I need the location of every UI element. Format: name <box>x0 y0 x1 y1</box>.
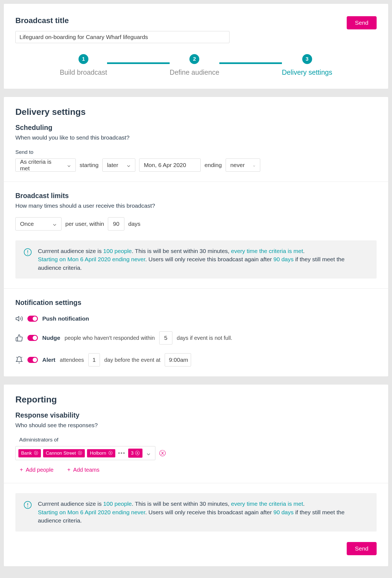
alert-toggle[interactable] <box>27 357 38 363</box>
chevron-down-icon[interactable] <box>146 451 151 455</box>
svg-marker-3 <box>16 316 19 321</box>
svg-line-4 <box>16 357 17 358</box>
step-2-circle[interactable]: 2 <box>189 54 199 64</box>
step-3-label: Delivery settings <box>282 68 332 76</box>
alert-time-input[interactable]: 9:00am <box>165 353 191 366</box>
plus-icon: + <box>67 467 71 473</box>
chevron-down-icon <box>253 163 255 167</box>
svg-point-2 <box>28 254 28 254</box>
notifications-heading: Notification settings <box>15 299 377 307</box>
chip-holborn[interactable]: Holbornⓧ <box>87 449 115 457</box>
clear-all-icon[interactable]: ⓧ <box>159 449 166 458</box>
info-icon <box>24 248 32 258</box>
delivery-settings-card: Delivery settings Scheduling When would … <box>4 97 388 376</box>
criteria-select[interactable]: As criteria is met <box>15 159 76 172</box>
nudge-label: Nudge <box>42 335 60 341</box>
starting-select[interactable]: later <box>102 159 135 172</box>
broadcast-title-label: Broadcast title <box>15 16 347 25</box>
reporting-heading: Reporting <box>15 394 377 405</box>
alert-text1: attendees <box>60 357 84 363</box>
limits-sub: How many times should a user receive thi… <box>15 202 377 209</box>
visibility-sub: Who should see the responses? <box>15 422 377 429</box>
send-to-label: Send to <box>15 149 377 155</box>
close-icon[interactable]: ⓧ <box>135 450 140 456</box>
ending-select[interactable]: never <box>226 159 260 172</box>
frequency-select[interactable]: Once <box>15 217 61 230</box>
close-icon[interactable]: ⓧ <box>108 451 113 456</box>
push-toggle[interactable] <box>27 316 38 322</box>
plus-icon: + <box>20 467 23 473</box>
push-label: Push notification <box>42 315 89 322</box>
chevron-down-icon <box>67 163 71 167</box>
info-icon <box>24 501 32 510</box>
nudge-text2: days if event is not full. <box>177 335 232 341</box>
sound-icon <box>15 315 23 323</box>
add-people-button[interactable]: +Add people <box>20 467 54 473</box>
broadcast-header-card: Broadcast title Send 1 Build broadcast 2… <box>4 4 388 89</box>
visibility-heading: Response visability <box>15 411 377 419</box>
add-teams-button[interactable]: +Add teams <box>67 467 99 473</box>
info-box: Currrent audience size is 100 people. Th… <box>15 493 377 531</box>
ellipsis-icon: ••• <box>117 450 126 456</box>
starting-label: starting <box>80 162 99 168</box>
nudge-days-input[interactable] <box>159 331 172 344</box>
step-1-label: Build broadcast <box>60 68 107 76</box>
step-3-circle[interactable]: 3 <box>302 54 312 64</box>
chevron-down-icon <box>127 163 131 167</box>
thumbs-up-icon <box>15 334 23 342</box>
per-user-label: per user, within <box>65 221 104 227</box>
days-label: days <box>128 221 140 227</box>
close-icon[interactable]: ⓧ <box>34 451 38 456</box>
send-button-footer[interactable]: Send <box>347 542 377 555</box>
ending-label: ending <box>205 162 222 168</box>
chip-bank[interactable]: Bankⓧ <box>18 449 41 457</box>
step-line <box>219 62 282 64</box>
chip-cannon-street[interactable]: Cannon Streetⓧ <box>43 449 85 457</box>
svg-line-5 <box>21 357 22 358</box>
alert-text2: day before the event at <box>104 357 161 363</box>
admin-label: Administrators of <box>19 437 377 443</box>
admins-multiselect[interactable]: Bankⓧ Cannon Streetⓧ Holbornⓧ ••• 3ⓧ <box>15 446 155 460</box>
alert-label: Alert <box>42 357 55 363</box>
date-input[interactable]: Mon, 6 Apr 2020 <box>139 159 201 172</box>
close-icon[interactable]: ⓧ <box>78 451 82 456</box>
step-1-circle[interactable]: 1 <box>79 54 88 64</box>
reporting-card: Reporting Response visability Who should… <box>4 385 388 566</box>
more-count-chip[interactable]: 3ⓧ <box>128 449 142 458</box>
step-line <box>107 62 170 64</box>
bell-icon <box>15 356 23 364</box>
alert-days-input[interactable] <box>88 353 100 366</box>
delivery-heading: Delivery settings <box>15 107 377 117</box>
nudge-toggle[interactable] <box>27 335 38 341</box>
limits-heading: Broadcast limits <box>15 192 377 200</box>
broadcast-title-input[interactable] <box>15 31 229 43</box>
info-box: Currrent audience size is 100 people. Th… <box>15 240 377 279</box>
nudge-text1: people who haven't responded within <box>65 335 155 341</box>
svg-point-8 <box>28 507 28 507</box>
chevron-down-icon <box>52 222 57 226</box>
days-input[interactable] <box>108 217 124 230</box>
step-2-label: Define audience <box>170 68 219 76</box>
send-button[interactable]: Send <box>347 16 377 29</box>
scheduling-sub: When would you like to send this broadca… <box>15 134 377 141</box>
stepper: 1 Build broadcast 2 Define audience 3 De… <box>15 54 377 76</box>
scheduling-heading: Scheduling <box>15 124 377 132</box>
